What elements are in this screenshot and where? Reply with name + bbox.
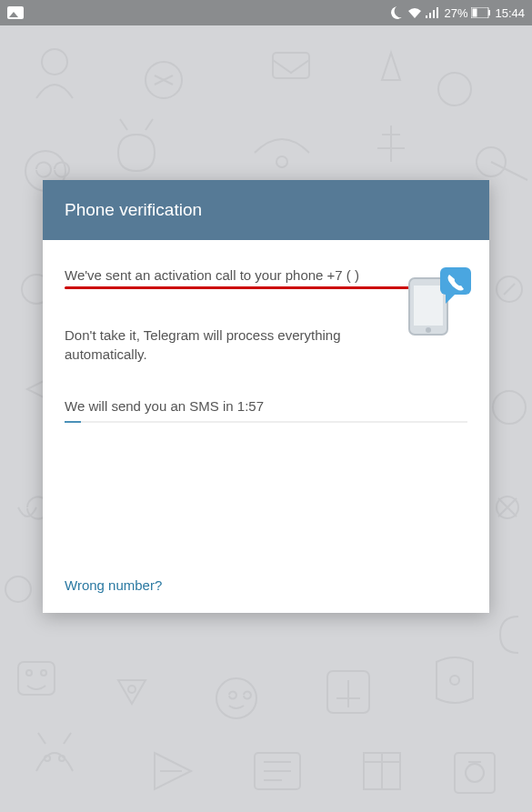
- svg-rect-33: [414, 286, 443, 326]
- svg-point-34: [426, 327, 431, 333]
- highlight-underline: [65, 286, 419, 289]
- svg-point-24: [450, 676, 459, 685]
- sms-timer-text: We will send you an SMS in 1:57: [65, 398, 467, 414]
- dialog-body: We've sent an activation call to your ph…: [43, 240, 489, 613]
- svg-point-20: [41, 670, 46, 676]
- svg-rect-2: [433, 10, 435, 18]
- svg-rect-0: [426, 15, 427, 18]
- svg-rect-35: [440, 267, 471, 295]
- dialog-title: Phone verification: [43, 180, 489, 240]
- svg-point-10: [438, 73, 471, 105]
- svg-point-19: [26, 670, 32, 676]
- svg-rect-29: [455, 753, 495, 793]
- wrong-number-link[interactable]: Wrong number?: [65, 577, 162, 593]
- phone-call-icon: [404, 266, 475, 340]
- dont-take-text: Don't take it, Telegram will process eve…: [65, 326, 374, 364]
- svg-point-31: [5, 576, 31, 602]
- svg-point-7: [42, 49, 67, 75]
- svg-rect-3: [437, 7, 438, 18]
- verification-dialog: Phone verification We've sent an activat…: [43, 180, 489, 613]
- wifi-icon: [407, 7, 422, 18]
- status-bar: 27% 15:44: [0, 0, 532, 25]
- moon-icon: [389, 5, 407, 22]
- battery-icon: [471, 7, 491, 18]
- activation-call-text: We've sent an activation call to your ph…: [65, 267, 401, 285]
- svg-point-21: [128, 686, 136, 693]
- picture-icon: [7, 6, 24, 19]
- svg-rect-5: [473, 9, 477, 17]
- svg-rect-9: [273, 53, 309, 78]
- signal-icon: [426, 7, 440, 18]
- battery-percent: 27%: [444, 6, 467, 20]
- sms-timer-progress: [65, 421, 467, 423]
- svg-point-12: [276, 156, 287, 167]
- svg-point-16: [493, 391, 526, 424]
- svg-point-30: [466, 764, 484, 782]
- svg-point-25: [45, 756, 50, 761]
- svg-point-26: [59, 756, 65, 761]
- svg-rect-1: [429, 13, 431, 18]
- status-left: [7, 6, 24, 19]
- svg-rect-6: [488, 10, 490, 15]
- status-right: 27% 15:44: [391, 6, 525, 20]
- clock-time: 15:44: [495, 6, 525, 20]
